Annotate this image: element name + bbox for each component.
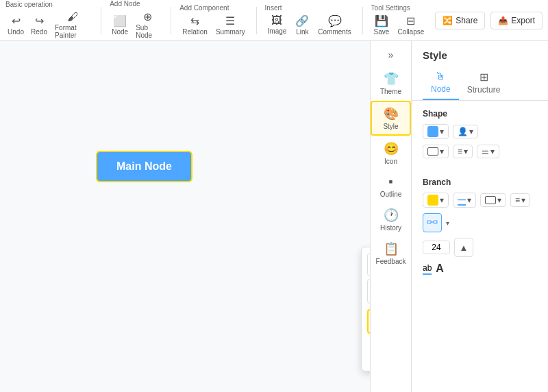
line-style-dropdown[interactable]: ≡ ▾ (453, 145, 473, 158)
border-style-preview (427, 147, 438, 156)
insert-items: 🖼 Image 🔗 Link 💬 Comments (265, 13, 354, 37)
dropdown-item-4[interactable] (367, 279, 370, 304)
collapse-icon: ⊟ (406, 14, 415, 27)
side-icon-style[interactable]: 🎨 Style (371, 101, 411, 136)
branch-title: Branch (423, 177, 537, 187)
image-button[interactable]: 🖼 Image (265, 13, 290, 36)
connection-style-label: ▾ (446, 219, 449, 227)
font-size-input[interactable] (423, 241, 450, 254)
branch-control-row-2: ▾ (423, 213, 537, 232)
branch-fill-dropdown[interactable]: ▾ (423, 193, 449, 208)
group-add-component: Add Component ⇆ Relation ☰ Summary (179, 4, 248, 37)
image-label: Image (268, 27, 287, 35)
link-label: Link (296, 28, 308, 36)
share-icon: 🔀 (443, 16, 453, 25)
export-icon: 📤 (498, 16, 508, 25)
side-icon-icon[interactable]: 😊 Icon (371, 137, 411, 169)
node-icon: ⬜ (113, 14, 127, 27)
toolbar-right: 🔀 Share 📤 Export (435, 12, 543, 29)
shape-border-dropdown[interactable]: ▾ (423, 145, 449, 158)
side-icon-outline[interactable]: ▪ Outline (371, 171, 411, 202)
shape-fill-dropdown[interactable]: ▾ (423, 124, 449, 139)
side-icon-history[interactable]: 🕐 History (371, 204, 411, 236)
canvas-area[interactable]: Main Node (0, 41, 370, 392)
feedback-icon: 📋 (384, 241, 399, 256)
image-icon: 🖼 (271, 14, 282, 27)
branch-line-dropdown[interactable]: — ▾ (453, 193, 476, 208)
icon-label: Icon (384, 158, 397, 165)
undo-button[interactable]: ↩ Undo (5, 13, 26, 37)
shape-section: Shape ▾ 👤 ▾ ▾ ≡ ▾ (412, 101, 548, 169)
branch-shape-dropdown[interactable]: ▾ (480, 193, 506, 207)
collapse-panel-button[interactable]: » (383, 47, 399, 63)
link-button[interactable]: 🔗 Link (292, 13, 312, 37)
branch-color-swatch (427, 195, 438, 206)
text-style-row: ab A (423, 262, 537, 275)
dropdown-item-7[interactable] (367, 309, 370, 334)
comments-button[interactable]: 💬 Comments (315, 13, 353, 37)
summary-label: Summary (216, 28, 245, 36)
theme-icon: 👕 (384, 71, 399, 86)
feedback-label: Feedback (376, 258, 406, 265)
node-label: Node (112, 28, 128, 36)
relation-button[interactable]: ⇆ Relation (179, 13, 210, 37)
main-node[interactable]: Main Node (96, 151, 192, 182)
collapse-button[interactable]: ⊟ Collapse (395, 13, 427, 37)
tool-settings-items: 💾 Save ⊟ Collapse (371, 13, 427, 37)
shape-title: Shape (423, 109, 537, 119)
export-button[interactable]: 📤 Export (490, 12, 543, 29)
fill-dropdown-arrow: ▾ (440, 127, 444, 136)
branch-align-dropdown[interactable]: ≡ ▾ (510, 193, 530, 207)
share-label: Share (456, 16, 477, 25)
dropdown-item-1[interactable] (367, 253, 370, 276)
node-button[interactable]: ⬜ Node (110, 13, 130, 37)
group-label-insert: Insert (265, 4, 282, 12)
branch-shape-arrow: ▾ (497, 195, 501, 205)
line-dropdown-arrow: ▾ (464, 147, 468, 156)
format-painter-button[interactable]: 🖌 Format Painter (52, 10, 92, 40)
side-icon-theme[interactable]: 👕 Theme (371, 67, 411, 99)
dash-style-dropdown[interactable]: ⚌ ▾ (477, 145, 499, 158)
side-icon-feedback[interactable]: 📋 Feedback (371, 237, 411, 269)
shape-control-row-2: ▾ ≡ ▾ ⚌ ▾ (423, 145, 537, 158)
group-label-basic: Basic operation (5, 1, 53, 8)
save-button[interactable]: 💾 Save (371, 13, 393, 37)
history-icon: 🕐 (384, 208, 399, 223)
share-button[interactable]: 🔀 Share (435, 12, 485, 29)
branch-line-arrow: ▾ (467, 195, 471, 205)
person-dropdown-arrow: ▾ (469, 127, 473, 136)
redo-button[interactable]: ↪ Redo (29, 13, 49, 37)
text-underline-sample[interactable]: ab (423, 263, 432, 275)
sep-4 (362, 7, 363, 34)
tab-structure[interactable]: ⊞ Structure (459, 66, 509, 100)
style-icon: 🎨 (384, 106, 399, 121)
tab-node[interactable]: 🖱 Node (423, 66, 459, 100)
summary-button[interactable]: ☰ Summary (213, 13, 248, 37)
save-icon: 💾 (375, 14, 388, 27)
node-tab-label: Node (431, 84, 451, 94)
font-size-up-button[interactable]: ▲ (454, 238, 473, 257)
structure-tab-icon: ⊞ (480, 71, 488, 84)
connection-line-dropdown[interactable]: Connection line style (361, 247, 370, 371)
export-label: Export (511, 16, 535, 25)
branch-shape-preview (485, 196, 496, 204)
branch-control-row-1: ▾ — ▾ ▾ ≡ ▾ (423, 193, 537, 208)
redo-label: Redo (31, 28, 47, 36)
branch-align-icon: ≡ (515, 195, 520, 205)
format-painter-icon: 🖌 (67, 11, 78, 23)
group-add-node: Add Node ⬜ Node ⊕ Sub Node (110, 0, 162, 40)
branch-section: Branch ▾ — ▾ ▾ ≡ ▾ (412, 169, 548, 286)
sub-node-button[interactable]: ⊕ Sub Node (133, 9, 162, 40)
sub-node-icon: ⊕ (143, 10, 152, 23)
relation-label: Relation (182, 28, 208, 36)
right-panel: Style 🖱 Node ⊞ Structure Shape ▾ 👤 ▾ (411, 41, 548, 392)
shape-style-dropdown[interactable]: 👤 ▾ (453, 125, 478, 138)
text-large-sample[interactable]: A (436, 262, 444, 275)
connection-style-button[interactable] (423, 213, 442, 232)
toolbar: Basic operation ↩ Undo ↪ Redo 🖌 Format P… (0, 0, 548, 41)
group-insert: Insert 🖼 Image 🔗 Link 💬 Comments (265, 4, 354, 37)
add-node-items: ⬜ Node ⊕ Sub Node (110, 9, 162, 40)
right-panel-title: Style (412, 41, 548, 66)
group-label-tool-settings: Tool Settings (371, 4, 410, 12)
person-icon: 👤 (458, 127, 468, 136)
